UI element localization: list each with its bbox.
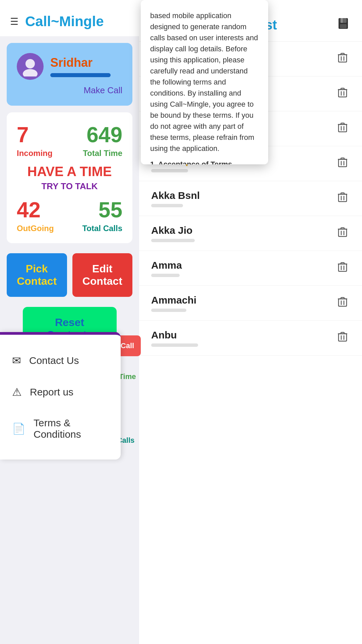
- tagline: HAVE A TIME: [17, 164, 122, 179]
- main-panel: ☰ Call~Mingle Sridhar Make Call 7 Incomi…: [0, 0, 139, 644]
- menu-item-report-us[interactable]: ⚠ Report us: [0, 376, 121, 408]
- contact-info: Akka Jio: [151, 225, 335, 242]
- terms-section1-title: 1. Acceptance of Terms: [150, 159, 259, 164]
- menu-item-terms[interactable]: 📄 Terms & Conditions: [0, 408, 121, 449]
- svg-rect-6: [339, 55, 347, 62]
- incoming-count: 7: [17, 122, 53, 147]
- svg-rect-12: [339, 124, 347, 132]
- contact-info: Ammachi: [151, 294, 335, 312]
- contact-info: Amma: [151, 260, 335, 277]
- side-menu: ✉ Contact Us ⚠ Report us 📄 Terms & Condi…: [0, 332, 121, 460]
- outgoing-label: OutGoing: [17, 224, 54, 233]
- svg-rect-9: [339, 90, 347, 97]
- delete-contact-button[interactable]: [335, 329, 350, 347]
- svg-rect-15: [339, 159, 347, 167]
- stats-row-top: 7 Incoming 649 Total Time: [17, 122, 122, 158]
- delete-contact-button[interactable]: [335, 224, 350, 243]
- contact-item: Akka Jio: [139, 216, 362, 251]
- svg-rect-27: [339, 299, 347, 306]
- contact-bar: [151, 274, 180, 277]
- terms-modal: based mobile application designed to gen…: [141, 0, 268, 164]
- edit-contact-button[interactable]: Edit Contact: [72, 253, 133, 297]
- delete-contact-button[interactable]: [335, 154, 350, 173]
- svg-point-1: [23, 69, 38, 76]
- stats-row-bottom: 42 OutGoing 55 Total Calls: [17, 198, 122, 233]
- terms-intro: based mobile application designed to gen…: [150, 10, 259, 154]
- incoming-stat: 7 Incoming: [17, 122, 53, 158]
- svg-point-0: [25, 59, 35, 68]
- outgoing-stat: 42 OutGoing: [17, 198, 54, 233]
- svg-rect-21: [339, 229, 347, 236]
- contact-bar: [151, 239, 195, 242]
- contact-us-icon: ✉: [12, 354, 21, 367]
- contact-name: Akka Jio: [151, 225, 335, 236]
- svg-rect-3: [340, 18, 347, 23]
- menu-label-terms: Terms & Conditions: [34, 417, 109, 440]
- user-name: Sridhar: [50, 56, 122, 70]
- contact-item: Akka Bsnl: [139, 181, 362, 216]
- user-card: Sridhar Make Call: [7, 43, 132, 106]
- svg-rect-4: [341, 18, 343, 23]
- delete-contact-button[interactable]: [335, 85, 350, 103]
- menu-item-contact-us[interactable]: ✉ Contact Us: [0, 345, 121, 376]
- delete-contact-button[interactable]: [335, 294, 350, 312]
- delete-contact-button[interactable]: [335, 50, 350, 68]
- contact-item: Anbu: [139, 321, 362, 356]
- app-header: ☰ Call~Mingle: [0, 0, 139, 36]
- menu-label-contact-us: Contact Us: [29, 355, 79, 366]
- svg-rect-18: [339, 194, 347, 202]
- contact-bar: [151, 169, 188, 172]
- svg-rect-24: [339, 264, 347, 271]
- hamburger-icon[interactable]: ☰: [10, 16, 18, 27]
- report-us-icon: ⚠: [12, 386, 22, 398]
- contact-bar: [151, 343, 198, 347]
- total-calls-count: 55: [82, 198, 122, 222]
- svg-rect-30: [339, 334, 347, 341]
- pick-contact-button[interactable]: Pick Contact: [7, 253, 67, 297]
- sub-tagline: TRY TO TALK: [17, 181, 122, 192]
- contact-info: Akka Bsnl: [151, 190, 335, 207]
- contact-bar: [151, 204, 183, 207]
- terms-icon: 📄: [12, 422, 25, 435]
- user-info: Sridhar: [50, 56, 122, 77]
- delete-contact-button[interactable]: [335, 189, 350, 208]
- contact-name: Amma: [151, 260, 335, 271]
- outgoing-count: 42: [17, 198, 54, 222]
- total-calls-stat: 55 Total Calls: [82, 198, 122, 233]
- contact-name: Akka Bsnl: [151, 190, 335, 201]
- save-button[interactable]: [337, 17, 350, 33]
- user-status-bar: [50, 73, 111, 77]
- svg-rect-5: [340, 24, 347, 28]
- contact-name: Anbu: [151, 329, 335, 341]
- total-time-label: Total Time: [83, 149, 122, 158]
- contact-item: Ammachi: [139, 286, 362, 321]
- contact-name: Ammachi: [151, 294, 335, 306]
- contact-bar: [151, 309, 186, 312]
- user-card-top: Sridhar: [17, 53, 122, 80]
- make-call-button[interactable]: Make Call: [83, 85, 122, 96]
- incoming-label: Incoming: [17, 149, 53, 158]
- delete-contact-button[interactable]: [335, 259, 350, 277]
- delete-contact-button[interactable]: [335, 119, 350, 138]
- app-title: Call~Mingle: [25, 13, 104, 30]
- stats-card: 7 Incoming 649 Total Time HAVE A TIME TR…: [7, 112, 132, 243]
- contact-item: Amma: [139, 251, 362, 286]
- total-calls-label: Total Calls: [82, 224, 122, 233]
- action-buttons: Pick Contact Edit Contact: [7, 253, 132, 297]
- total-time-stat: 649 Total Time: [83, 122, 122, 158]
- avatar: [17, 53, 44, 80]
- contact-info: Anbu: [151, 329, 335, 347]
- menu-label-report-us: Report us: [30, 386, 73, 398]
- total-time-count: 649: [83, 122, 122, 147]
